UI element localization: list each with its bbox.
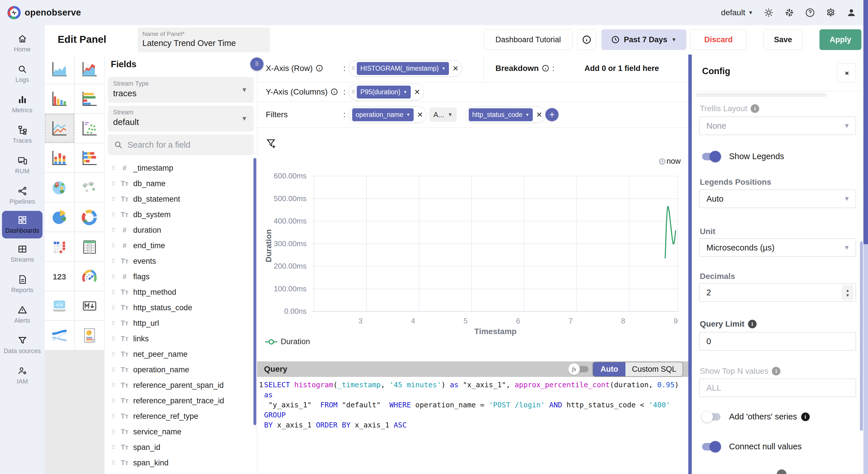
sidebar-item-traces[interactable]: Traces xyxy=(0,119,44,150)
chart-type-bar[interactable] xyxy=(45,84,74,113)
field-search-input[interactable]: Search for a field xyxy=(108,135,254,155)
field-item-links[interactable]: ⠿Tᴛlinks xyxy=(104,331,254,347)
chart-type-scatter[interactable] xyxy=(75,114,104,143)
show-legends-toggle[interactable] xyxy=(702,153,720,160)
brand[interactable]: openobserve xyxy=(7,6,81,19)
query-limit-input[interactable]: 0 xyxy=(699,332,856,351)
field-item-operation_name[interactable]: ⠿Tᴛoperation_name xyxy=(104,362,254,378)
vrl-function-toggle[interactable]: fx xyxy=(568,363,588,375)
field-item-reference_ref_type[interactable]: ⠿Tᴛreference_ref_type xyxy=(104,409,254,424)
chart-type-donut[interactable] xyxy=(75,203,104,232)
chart-type-table[interactable] xyxy=(75,232,104,261)
dashboard-tutorial-button[interactable]: Dashboard Tutorial xyxy=(484,29,572,50)
settings-gear-icon[interactable] xyxy=(826,7,836,18)
field-item-db_name[interactable]: ⠿Tᴛdb_name xyxy=(104,176,254,191)
field-item-http_method[interactable]: ⠿Tᴛhttp_method xyxy=(104,285,254,300)
panel-drag-handle[interactable]: ⠿ xyxy=(250,57,264,71)
chart-type-pie[interactable] xyxy=(45,203,74,232)
apply-button[interactable]: Apply xyxy=(819,29,861,50)
account-icon[interactable] xyxy=(846,7,857,18)
stream-type-select[interactable]: Stream Type traces ▼ xyxy=(108,77,254,103)
sidebar-item-streams[interactable]: Streams xyxy=(0,238,44,269)
chart-type-area-stacked[interactable] xyxy=(75,55,104,84)
y-axis-field-pill[interactable]: ⠿ P95(duration)▼ ✕ xyxy=(348,84,424,100)
line-chart-plot[interactable] xyxy=(312,175,679,313)
window-scrollbar[interactable] xyxy=(863,0,868,474)
field-item-net_peer_name[interactable]: ⠿Tᴛnet_peer_name xyxy=(104,347,254,362)
chart-type-h-bar[interactable] xyxy=(75,84,104,113)
number-stepper[interactable]: ▲▼ xyxy=(842,285,854,300)
theme-toggle-icon[interactable] xyxy=(764,7,774,18)
remove-filter-icon[interactable]: ✕ xyxy=(417,111,423,119)
time-range-selector[interactable]: Past 7 Days ▼ xyxy=(601,29,686,50)
sidebar-item-home[interactable]: Home xyxy=(0,28,44,59)
sidebar-item-rum[interactable]: RUM xyxy=(0,150,44,180)
chart-type-maps[interactable] xyxy=(75,173,104,202)
filter-join-select[interactable]: A... ▼ xyxy=(429,108,457,122)
field-item-service_name[interactable]: ⠿Tᴛservice_name xyxy=(104,424,254,440)
chart-type-h-stacked-bar[interactable] xyxy=(75,143,104,172)
sidebar-item-reports[interactable]: Reports xyxy=(0,269,44,299)
field-item-reference_parent_trace_id[interactable]: ⠿Tᴛreference_parent_trace_id xyxy=(104,393,254,409)
tab-auto[interactable]: Auto xyxy=(593,362,625,376)
add-annotation-filter-icon[interactable] xyxy=(266,138,277,149)
chart-type-area[interactable] xyxy=(45,55,74,84)
chart-type-gauge[interactable] xyxy=(75,262,104,291)
sidebar-item-pipelines[interactable]: Pipelines xyxy=(0,180,44,211)
chart-type-heatmap[interactable] xyxy=(45,232,74,261)
filter-pill-http-status-code[interactable]: http_status_code▼ ✕ xyxy=(465,106,546,123)
chart-type-custom-chart[interactable] xyxy=(75,321,104,350)
legends-positions-select[interactable]: Auto ▼ xyxy=(699,189,856,208)
field-item-flags[interactable]: ⠿#flags xyxy=(104,269,254,285)
decimals-input[interactable]: 2 ▲▼ xyxy=(699,283,856,302)
discard-button[interactable]: Discard xyxy=(690,29,747,50)
collapse-config-button[interactable]: ›‹ xyxy=(837,63,856,82)
remove-y-axis-field-icon[interactable]: ✕ xyxy=(414,88,420,96)
field-item-duration[interactable]: ⠿#duration xyxy=(104,223,254,238)
chart-type-html[interactable]: </> xyxy=(45,291,74,320)
tab-custom-sql[interactable]: Custom SQL xyxy=(625,362,683,376)
sidebar-item-metrics[interactable]: Metrics xyxy=(0,89,44,119)
sidebar-item-alerts[interactable]: Alerts xyxy=(0,299,44,330)
field-item-events[interactable]: ⠿Tᴛevents xyxy=(104,254,254,269)
save-button[interactable]: Save xyxy=(764,29,803,50)
chart-type-line[interactable] xyxy=(45,114,74,143)
sidebar-item-iam[interactable]: IAM xyxy=(0,360,44,391)
panel-info-button[interactable] xyxy=(577,29,596,50)
field-item-span_id[interactable]: ⠿Tᴛspan_id xyxy=(104,440,254,455)
remove-filter-icon[interactable]: ✕ xyxy=(536,111,542,119)
add-filter-button[interactable]: + xyxy=(546,108,559,121)
org-selector[interactable]: default ▼ xyxy=(721,8,753,17)
stream-select[interactable]: Stream default ▼ xyxy=(108,106,254,131)
sidebar-item-data-sources[interactable]: Data sources xyxy=(0,330,44,360)
field-item-span_kind[interactable]: ⠿Tᴛspan_kind xyxy=(104,455,254,471)
sql-editor[interactable]: 1 SELECT histogram(_timestamp, '45 minut… xyxy=(257,377,688,474)
field-item-end_time[interactable]: ⠿#end_time xyxy=(104,238,254,254)
panel-name-field[interactable]: Name of Panel* Latency Trend Over Time xyxy=(138,28,270,52)
field-item-db_system[interactable]: ⠿Tᴛdb_system xyxy=(104,207,254,223)
field-item-http_status_code[interactable]: ⠿Tᴛhttp_status_code xyxy=(104,300,254,316)
fields-scrollbar[interactable] xyxy=(253,158,256,425)
slack-icon[interactable] xyxy=(784,7,795,18)
filter-pill-operation-name[interactable]: operation_name▼ ✕ xyxy=(348,106,427,123)
help-icon[interactable] xyxy=(805,7,815,18)
field-item-db_statement[interactable]: ⠿Tᴛdb_statement xyxy=(104,191,254,207)
add-others-toggle[interactable] xyxy=(702,413,720,421)
connect-null-toggle[interactable] xyxy=(702,443,720,450)
config-splitter-handle[interactable] xyxy=(688,55,692,474)
field-item-http_url[interactable]: ⠿Tᴛhttp_url xyxy=(104,316,254,331)
field-item-reference_parent_span_id[interactable]: ⠿Tᴛreference_parent_span_id xyxy=(104,378,254,393)
field-item-_timestamp[interactable]: ⠿#_timestamp xyxy=(104,160,254,176)
chart-type-stacked-bar[interactable] xyxy=(45,143,74,172)
top-n-input[interactable]: ALL xyxy=(699,379,856,397)
x-axis-field-pill[interactable]: ⠿ HISTOGRAM(_timestamp)▼ ✕ xyxy=(348,60,462,77)
chart-type-markdown[interactable] xyxy=(75,291,104,320)
sidebar-item-logs[interactable]: Logs xyxy=(0,59,44,89)
breakdown-drop-hint[interactable]: Add 0 or 1 field here xyxy=(573,64,671,73)
sidebar-item-dashboards[interactable]: Dashboards xyxy=(2,211,42,238)
config-scrollbar[interactable] xyxy=(860,241,863,431)
trellis-layout-select[interactable]: None ▼ xyxy=(699,117,856,135)
remove-x-axis-field-icon[interactable]: ✕ xyxy=(453,64,458,73)
chart-type-geomap[interactable] xyxy=(45,173,74,202)
chart-type-metric[interactable]: 123 xyxy=(45,262,74,291)
